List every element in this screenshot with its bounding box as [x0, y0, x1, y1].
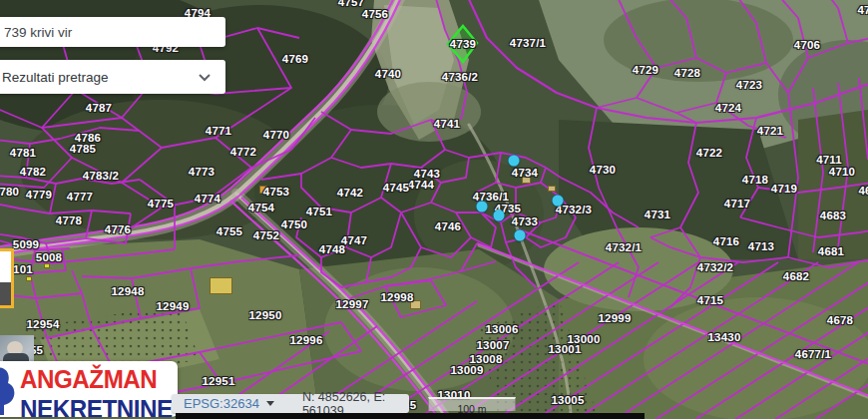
parcel-label: 47: [857, 4, 868, 16]
parcel-label: 4710: [829, 166, 855, 178]
parcel-label: 4744: [408, 179, 434, 191]
parcel-label: 4750: [281, 218, 307, 230]
agency-logo: ANGAŽMAN NEKRETNINE: [0, 361, 178, 417]
parcel-label: 4739: [450, 38, 476, 50]
bottom-strip: [176, 413, 645, 419]
parcel-label: 12951: [203, 375, 235, 387]
search-result-marker[interactable]: [477, 202, 488, 212]
parcel-label: 12948: [112, 285, 145, 297]
scale-bar: 100 m: [428, 397, 516, 411]
parcel-label: 4711: [816, 154, 842, 166]
parcel-label: 4772: [230, 146, 256, 158]
parcel-label: 4715: [697, 294, 723, 306]
parcel-label: 5: [410, 399, 417, 411]
parcel-label: 4736/2: [442, 71, 478, 83]
parcel-label: 5008: [36, 251, 62, 263]
parcel-label: 4732/2: [697, 261, 733, 273]
parcel-label: 4785: [70, 143, 96, 155]
projection-label: EPSG:32634: [184, 396, 259, 411]
parcel-label: 5099: [13, 238, 39, 250]
parcel-label: 4721: [757, 125, 783, 137]
parcel-label: 4681: [818, 245, 844, 257]
building-icon: [548, 186, 556, 192]
projection-select[interactable]: EPSG:32634: [184, 396, 274, 411]
dropdown-caret-icon: [266, 401, 274, 406]
parcel-label: 4677/1: [795, 348, 831, 360]
parcel-label: 4718: [742, 174, 768, 186]
map-application: 47944757475647924769474047394737/14736/2…: [0, 0, 868, 419]
parcel-label: 4730: [590, 164, 616, 176]
info-popup-body: [0, 282, 11, 305]
parcel-label: 4751: [306, 206, 332, 217]
agency-logo-emblem-icon: [0, 361, 20, 417]
parcel-label: 13007: [477, 339, 510, 351]
search-result-marker[interactable]: [553, 196, 564, 207]
parcel-label: 4740: [375, 68, 401, 80]
parcel-label: 101: [13, 263, 33, 275]
parcel-label: 4716: [713, 235, 739, 247]
search-result-marker[interactable]: [494, 210, 505, 221]
parcel-label: 4753: [263, 186, 289, 198]
parcel-label: 4776: [105, 223, 131, 235]
parcel-label: 4682: [783, 270, 809, 282]
parcel-label: 4787: [86, 102, 112, 114]
parcel-label: 12996: [290, 334, 323, 346]
chevron-down-icon: [198, 73, 212, 82]
parcel-label: 12997: [336, 298, 369, 310]
parcel-label: 4773: [189, 166, 215, 178]
parcel-label: 13006: [486, 323, 519, 335]
search-input[interactable]: [2, 24, 206, 41]
parcel-label: 12949: [157, 300, 190, 312]
parcel-label: 4731: [645, 209, 670, 220]
parcel-label: 4745: [383, 182, 409, 194]
logo-line1: ANGAŽMAN: [20, 364, 166, 395]
parcel-label: 4732/1: [606, 241, 642, 253]
building-icon: [210, 277, 232, 294]
parcel-label: 13009: [451, 364, 484, 376]
parcel-label: 4723: [736, 79, 762, 91]
parcel-label: 4782: [20, 166, 46, 178]
parcel-label: 13430: [708, 331, 741, 343]
parcel-label: 4779: [26, 189, 52, 201]
parcel-label: 4777: [67, 191, 93, 203]
building-icon: [44, 263, 50, 268]
parcel-label: 4713: [748, 240, 774, 252]
parcel-label: 4774: [195, 193, 220, 205]
parcel-label: 4755: [217, 225, 242, 237]
parcel-label: 4752: [253, 229, 279, 241]
parcel-label: 4769: [282, 53, 308, 65]
parcel-label: 4781: [10, 147, 36, 159]
parcel-label: 12954: [27, 318, 60, 330]
search-result-marker[interactable]: [509, 156, 520, 167]
parcel-label: 4678: [827, 314, 853, 326]
parcel-label: 4717: [724, 198, 750, 210]
parcel-label: 4754: [248, 202, 274, 213]
status-bar: EPSG:32634 N: 4852626, E: 561039: [172, 394, 409, 413]
parcel-label: 4729: [633, 64, 658, 76]
parcel-label: 4770: [263, 129, 289, 141]
parcel-label: 4733: [512, 215, 538, 227]
parcel-label: 4741: [434, 118, 460, 130]
parcel-label: 4728: [674, 67, 700, 79]
search-box[interactable]: [0, 17, 225, 47]
parcel-label: 12950: [249, 309, 282, 321]
logo-line2: NEKRETNINE: [20, 395, 173, 417]
parcel-label: 4757: [338, 0, 364, 8]
parcel-label: 4746: [435, 220, 461, 232]
parcel-label: 4775: [148, 198, 174, 210]
parcel-label: 13005: [552, 394, 585, 406]
parcel-label: 4719: [771, 183, 797, 195]
parcel-label: 12999: [599, 312, 632, 324]
parcel-label: 13001: [549, 343, 582, 355]
search-result-marker[interactable]: [515, 230, 526, 241]
results-dropdown-label: Rezultati pretrage: [2, 70, 109, 85]
parcel-label: 4771: [206, 125, 231, 137]
parcel-label: 4742: [337, 187, 363, 199]
parcel-label: 4737/1: [510, 37, 546, 49]
parcel-label: 4734: [512, 167, 538, 179]
parcel-label: 4783/2: [83, 170, 119, 182]
results-dropdown[interactable]: Rezultati pretrage: [0, 60, 225, 94]
info-popup-cutoff[interactable]: [0, 248, 14, 308]
parcel-label: 4778: [56, 214, 82, 226]
parcel-label: 4756: [362, 8, 388, 20]
